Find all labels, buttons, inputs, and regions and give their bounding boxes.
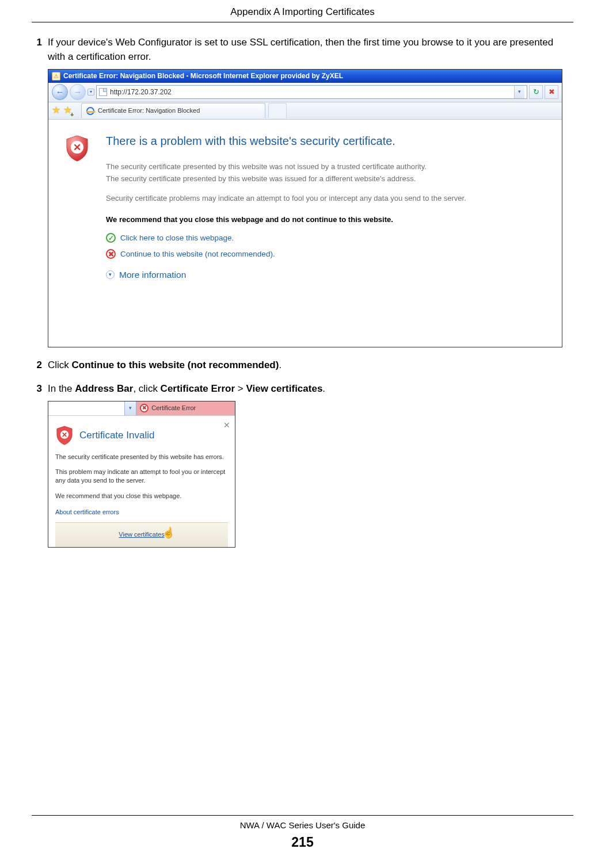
cert-invalid-heading-row: ✕ Certificate Invalid	[55, 425, 228, 446]
shield-small-icon: ✖	[140, 404, 149, 412]
close-webpage-text: Click here to close this webpage.	[120, 232, 234, 244]
close-webpage-link[interactable]: ✓ Click here to close this webpage.	[106, 232, 545, 244]
page-icon	[99, 88, 107, 96]
step-1-text: If your device's Web Configurator is set…	[48, 35, 573, 64]
address-bar[interactable]: http://172.20.37.202 ▾	[96, 85, 527, 99]
cert-error-p3: Security certificate problems may indica…	[106, 193, 545, 204]
ie-nav-toolbar: ← → ▾ http://172.20.37.202 ▾ ↻ ✖	[48, 83, 562, 102]
cert-invalid-heading: Certificate Invalid	[79, 428, 154, 443]
cert-invalid-p1: The security certificate presented by th…	[55, 453, 228, 461]
cert-error-p1: The security certificate presented by th…	[106, 161, 545, 173]
cert-error-recommend: We recommend that you close this webpage…	[106, 214, 545, 225]
about-cert-errors-link[interactable]: About certificate errors	[55, 507, 228, 517]
cert-popup-footer: View certificates ☝	[55, 522, 228, 547]
expand-icon: ▾	[106, 270, 115, 279]
tab-title: Certificate Error: Navigation Blocked	[98, 106, 200, 116]
step-1: 1 If your device's Web Configurator is s…	[32, 35, 573, 64]
addr-bar-left	[48, 402, 125, 415]
shield-error-icon: ✕	[64, 135, 90, 162]
check-circle-icon: ✓	[106, 233, 116, 243]
step-2: 2 Click Continue to this website (not re…	[32, 358, 573, 373]
x-circle-icon: ✖	[106, 249, 116, 259]
browser-tab[interactable]: Certificate Error: Navigation Blocked	[81, 103, 265, 118]
more-info-link[interactable]: ▾ More information	[106, 268, 545, 281]
refresh-button[interactable]: ↻	[529, 85, 543, 99]
cert-popup: ▾ ✖ Certificate Error ✕ ✕ Certificate In…	[48, 401, 235, 548]
addr-dropdown-icon[interactable]: ▾	[125, 402, 136, 415]
cert-error-heading: There is a problem with this website's s…	[106, 132, 545, 150]
shield-error-icon: ✕	[55, 425, 74, 446]
close-icon[interactable]: ✕	[223, 419, 230, 431]
addr-bar-fragment: ▾ ✖ Certificate Error	[48, 402, 235, 415]
continue-website-text: Continue to this website (not recommende…	[120, 248, 275, 260]
ie-content: ✕ There is a problem with this website's…	[48, 120, 562, 347]
more-info-text: More information	[119, 268, 186, 281]
view-certificates-link[interactable]: View certificates	[119, 531, 164, 538]
address-dropdown-icon[interactable]: ▾	[514, 86, 524, 98]
ie-tabs-toolbar: ★ ★ Certificate Error: Navigation Blocke…	[48, 102, 562, 120]
cert-invalid-p2: This problem may indicate an attempt to …	[55, 468, 228, 485]
ie-window-1: Certificate Error: Navigation Blocked - …	[48, 69, 562, 347]
step-number: 2	[32, 358, 48, 373]
ie-logo-icon	[86, 107, 94, 115]
cert-error-p2: The security certificate presented by th…	[106, 173, 545, 185]
step-number: 1	[32, 35, 48, 64]
address-url: http://172.20.37.202	[110, 87, 172, 97]
footer-guide-name: NWA / WAC Series User's Guide	[32, 819, 573, 832]
continue-website-link[interactable]: ✖ Continue to this website (not recommen…	[106, 248, 545, 260]
certificate-error-label: Certificate Error	[151, 403, 196, 413]
page-footer: NWA / WAC Series User's Guide 215	[32, 815, 573, 852]
favorites-icon[interactable]: ★	[52, 103, 60, 118]
nav-dropdown-icon[interactable]: ▾	[87, 89, 94, 95]
footer-rule	[32, 815, 573, 816]
cert-invalid-p3: We recommend that you close this webpage…	[55, 492, 228, 500]
ie-window-title: Certificate Error: Navigation Blocked - …	[63, 71, 343, 81]
new-tab-button[interactable]	[268, 103, 287, 118]
footer-page-number: 215	[32, 832, 573, 852]
step-3: 3 In the Address Bar, click Certificate …	[32, 381, 573, 396]
stop-button[interactable]: ✖	[545, 85, 558, 99]
forward-button[interactable]: →	[70, 84, 86, 100]
step-number: 3	[32, 381, 48, 396]
ie-titlebar: Certificate Error: Navigation Blocked - …	[48, 70, 562, 83]
certificate-error-button[interactable]: ✖ Certificate Error	[136, 402, 235, 415]
page-header-title: Appendix A Importing Certificates	[32, 0, 573, 22]
warning-icon	[52, 72, 60, 81]
back-button[interactable]: ←	[52, 84, 68, 100]
svg-text:✕: ✕	[73, 142, 81, 153]
svg-text:✕: ✕	[62, 430, 67, 438]
hand-cursor-icon: ☝	[161, 525, 175, 541]
header-rule	[32, 22, 573, 22]
step-2-text: Click Continue to this website (not reco…	[48, 358, 573, 373]
add-favorite-icon[interactable]: ★	[63, 103, 72, 118]
cert-invalid-panel: ✕ ✕ Certificate Invalid The security cer…	[48, 415, 235, 547]
step-3-text: In the Address Bar, click Certificate Er…	[48, 381, 573, 396]
